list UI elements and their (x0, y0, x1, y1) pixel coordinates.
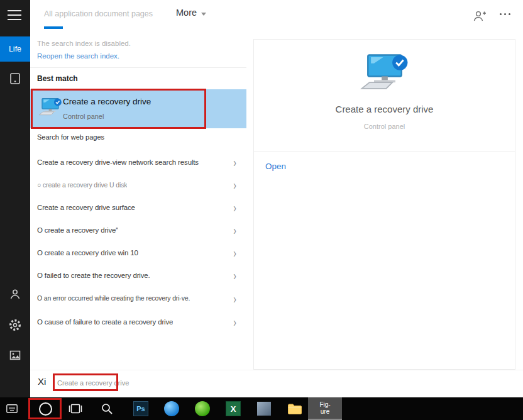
open-action[interactable]: Open (265, 162, 286, 171)
index-disabled-message: The search index is disabled. (37, 40, 131, 47)
sidebar-item-life-label: Life (9, 45, 21, 53)
tab-all-pages[interactable]: All application document pages (44, 9, 153, 18)
suggestion-row[interactable]: O an error occurred while creating the r… (30, 285, 246, 312)
sidebar-item-life[interactable]: Life (0, 36, 30, 62)
suggestion-row[interactable]: O cause of failure to create a recovery … (30, 311, 246, 333)
windows-search-screen: Life All application document pages More… (0, 0, 523, 420)
people-icon[interactable] (473, 10, 487, 23)
preview-panel: Create a recovery drive Control panel Op… (253, 39, 515, 370)
suggestion-text: Create a recovery drive surface (37, 204, 135, 211)
chevron-right-icon: › (233, 268, 236, 283)
suggestion-text: Create a recovery drive-view network sea… (37, 158, 199, 166)
best-match-result[interactable]: Create a recovery drive Control panel (30, 89, 246, 128)
app-icon[interactable] (249, 397, 279, 420)
excel-label: X (226, 401, 241, 416)
device-icon[interactable] (8, 71, 23, 86)
figure-label-line1: Fig- (319, 401, 330, 409)
suggestion-row[interactable]: O create a recovery drive win 10 › (30, 241, 246, 264)
browser-icon[interactable] (157, 397, 187, 420)
figure-label-line2: ure (321, 408, 329, 416)
search-input-bar[interactable]: Xi Create a recovery drive (30, 370, 523, 397)
tab-more[interactable]: More (176, 8, 206, 18)
taskbar-window-figure[interactable]: Fig- ure (308, 397, 342, 420)
preview-subtitle: Control panel (254, 123, 515, 130)
reopen-index-link[interactable]: Reopen the search index. (37, 52, 119, 60)
web-pages-section-header: Search for web pages (37, 133, 107, 142)
chevron-right-icon: › (233, 314, 236, 329)
search-query-text: Create a recovery drive (57, 379, 129, 387)
search-results-panel: The search index is disabled. Reopen the… (30, 35, 246, 370)
preview-title: Create a recovery drive (254, 104, 515, 114)
chevron-down-icon (201, 13, 206, 16)
header: All application document pages More (30, 0, 523, 35)
best-match-subtitle: Control panel (63, 113, 104, 120)
start-button[interactable] (30, 397, 60, 420)
gear-icon[interactable] (8, 318, 23, 333)
person-icon[interactable] (8, 287, 23, 302)
chevron-right-icon: › (233, 177, 236, 192)
file-explorer-icon[interactable] (280, 397, 310, 420)
chevron-right-icon: › (233, 155, 236, 170)
best-match-header: Best match (37, 74, 78, 83)
active-tab-underline (44, 26, 63, 29)
recovery-drive-icon (38, 97, 62, 121)
task-view-button[interactable] (60, 397, 91, 420)
ime-composition-text: Xi (38, 376, 46, 387)
suggestion-text: ○ create a recovery drive U disk (37, 181, 127, 189)
suggestion-text: O create a recovery drive win 10 (37, 249, 138, 257)
suggestion-text: O failed to create the recovery drive. (37, 272, 150, 279)
suggestion-row[interactable]: Create a recovery drive-view network sea… (30, 151, 246, 174)
suggestion-text: O an error occurred while creating the r… (37, 294, 199, 303)
search-icon[interactable] (92, 397, 122, 420)
suggestion-row[interactable]: Create a recovery drive surface › (30, 196, 246, 219)
hamburger-menu-icon[interactable] (8, 10, 23, 21)
chevron-right-icon: › (233, 200, 236, 215)
taskbar: Ps X Fig- ure (0, 397, 523, 420)
recovery-drive-icon-large (358, 53, 411, 99)
tab-more-label: More (176, 8, 197, 18)
chevron-right-icon: › (233, 245, 236, 260)
antivirus-icon[interactable] (187, 397, 217, 420)
suggestion-text: O cause of failure to create a recovery … (37, 318, 173, 326)
chevron-right-icon: › (233, 291, 236, 306)
suggestion-row[interactable]: ○ create a recovery drive U disk › (30, 174, 246, 196)
more-options-icon[interactable] (500, 13, 510, 15)
divider (254, 151, 515, 152)
photoshop-label: Ps (133, 401, 148, 416)
divider (30, 67, 246, 68)
chevron-right-icon: › (233, 223, 236, 238)
suggestion-row[interactable]: O failed to create the recovery drive. › (30, 264, 246, 287)
cortana-circle-icon (39, 402, 52, 416)
suggestion-text: O create a recovery drive" (37, 226, 118, 234)
suggestion-row[interactable]: O create a recovery drive" › (30, 219, 246, 241)
photo-icon[interactable] (8, 348, 23, 363)
excel-icon[interactable]: X (218, 397, 248, 420)
best-match-title: Create a recovery drive (63, 97, 151, 106)
ime-icon[interactable] (1, 397, 23, 420)
sidebar: Life (0, 0, 30, 397)
photoshop-icon[interactable]: Ps (126, 397, 156, 420)
